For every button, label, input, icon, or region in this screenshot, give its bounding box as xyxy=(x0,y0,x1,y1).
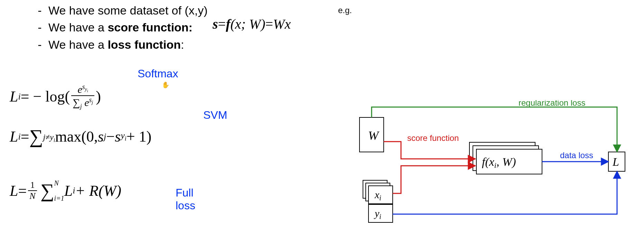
svm-eq: = xyxy=(21,128,29,145)
full-loss-label: Full loss xyxy=(176,186,195,212)
hand-cursor-icon: ✋ xyxy=(162,81,169,89)
diagram-L: L xyxy=(612,155,619,168)
full-loss-equation: L = 1 N ∑ N i=1 Li + R(W) xyxy=(10,180,121,202)
bullet-2-pre: We have a xyxy=(48,21,108,34)
den-j: j xyxy=(80,103,82,110)
svm-tail: + 1) xyxy=(127,128,151,145)
full-RW: + R(W) xyxy=(75,182,121,200)
diagram-W: W xyxy=(368,129,380,143)
softmax-den: ∑j esj xyxy=(71,96,94,110)
svm-max: max(0, xyxy=(55,128,97,145)
svm-label: SVM xyxy=(203,109,227,122)
full-eq: = xyxy=(18,182,27,200)
svm-equation: Li = ∑ j≠yi max(0, sj − syi + 1) xyxy=(10,128,151,145)
svm-sy-y: y xyxy=(121,131,125,141)
svm-sum: ∑ xyxy=(29,129,43,144)
svm-sy: s xyxy=(115,128,121,145)
full-one: 1 xyxy=(29,180,36,190)
svm-minus: − xyxy=(106,128,115,145)
svm-Li-sub: i xyxy=(18,132,20,142)
bullet-1: - We have some dataset of (x,y) xyxy=(31,2,207,19)
bullet-3-bold: loss function xyxy=(108,38,181,51)
bullet-2-bold: score function: xyxy=(108,21,193,34)
num-exp: s xyxy=(82,83,85,90)
num-exp-yi: i xyxy=(87,89,88,93)
bullet-list: - We have some dataset of (x,y) - We hav… xyxy=(31,2,207,53)
score-eq2: = xyxy=(265,16,273,32)
score-equation: e.g. s = f (x; W) = Wx xyxy=(213,16,291,32)
softmax-eq-text: = − log( xyxy=(21,88,70,105)
svm-sub-text: j≠y xyxy=(43,133,54,142)
bullet-3-pre: We have a xyxy=(48,38,108,51)
full-L: L xyxy=(10,182,18,200)
den-e: e xyxy=(84,97,89,108)
Li: L xyxy=(10,88,18,105)
svm-sum-sub: j≠yi xyxy=(43,133,55,143)
bullet-dash: - xyxy=(31,2,48,19)
full-Li: L xyxy=(64,182,73,200)
bullet-3-text: We have a loss function: xyxy=(48,36,184,53)
softmax-num: esyi xyxy=(76,83,89,95)
bullet-3: - We have a loss function: xyxy=(31,36,207,53)
softmax-label: Softmax xyxy=(138,67,178,80)
score-eq1: = xyxy=(218,16,226,32)
full-frac: 1 N xyxy=(28,180,37,201)
bullet-3-post: : xyxy=(181,38,184,51)
full-sum: ∑ xyxy=(40,183,54,199)
slide: - We have some dataset of (x,y) - We hav… xyxy=(0,0,644,249)
score-args: (x; W) xyxy=(230,16,265,32)
full-sum-limits: N i=1 xyxy=(54,180,64,202)
den-sum: ∑ xyxy=(73,97,80,108)
score-rhs: Wx xyxy=(273,16,291,32)
bullet-dash: - xyxy=(31,19,48,36)
softmax-fraction: esyi ∑j esj xyxy=(71,83,94,110)
full-sum-sup: N xyxy=(54,180,64,186)
bullet-2: - We have a score function: xyxy=(31,19,207,36)
diagram-score-label: score function xyxy=(407,133,459,143)
full-sum-sub: i=1 xyxy=(54,195,64,202)
num-e: e xyxy=(77,84,82,95)
diagram-data-label: data loss xyxy=(560,151,593,160)
bullet-2-text: We have a score function: xyxy=(48,19,193,36)
diagram-f: f(xi, W) xyxy=(482,155,516,170)
bullet-1-text: We have some dataset of (x,y) xyxy=(48,2,207,19)
full-N: N xyxy=(28,191,37,201)
bullet-dash: - xyxy=(31,36,48,53)
den-exp-j: j xyxy=(92,100,93,105)
svm-sj: s xyxy=(98,128,104,145)
Li-sub: i xyxy=(18,92,20,102)
loss-diagram: W xi yi f(xi, W) L regularization loss xyxy=(349,100,633,231)
full-Li-sub: i xyxy=(73,185,75,196)
score-s: s xyxy=(213,16,218,32)
svm-sj-sub: j xyxy=(104,132,106,142)
svm-Li: L xyxy=(10,128,18,145)
eg-label: e.g. xyxy=(338,6,352,15)
diagram-reg-label: regularization loss xyxy=(519,100,585,107)
score-f: f xyxy=(226,16,230,32)
softmax-equation: Li = − log( esyi ∑j esj ) xyxy=(10,83,101,110)
softmax-close: ) xyxy=(96,88,101,105)
